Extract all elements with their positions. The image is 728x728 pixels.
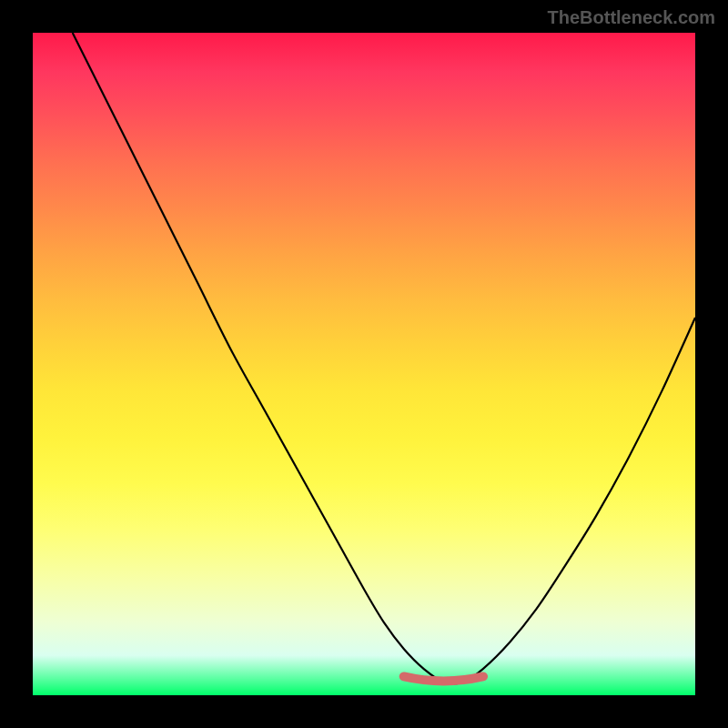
watermark-text: TheBottleneck.com <box>548 7 715 28</box>
bottleneck-curve <box>73 33 695 683</box>
curve-svg <box>33 33 695 695</box>
plot-area <box>33 33 695 695</box>
chart-container: TheBottleneck.com <box>0 0 728 728</box>
optimal-range-marker <box>404 676 483 681</box>
